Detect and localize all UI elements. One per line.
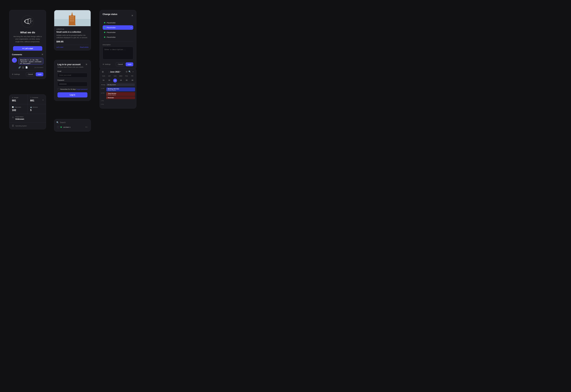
desc-label: Description <box>103 44 133 46</box>
article-read-button[interactable]: Read article <box>80 46 89 48</box>
chart-icon: 📊 <box>12 106 14 108</box>
article-image <box>54 10 91 26</box>
calendar-dates: 11 12 13 14 15 16 <box>100 79 136 83</box>
status-footer: ⚙ Settings Cancel Apply <box>103 62 133 66</box>
connects-icon: ⬡ <box>30 97 31 98</box>
megaphone-icon <box>21 15 34 28</box>
time-row-2pm: 2 PM <box>100 103 136 107</box>
search-input[interactable] <box>60 122 89 124</box>
cal-date-12[interactable]: 12 <box>106 79 112 83</box>
calendar-view-button[interactable]: ⊟ <box>126 70 127 73</box>
status-dot-3 <box>104 32 105 33</box>
pre-formatted-label: 'pre-formatted' <box>34 67 43 68</box>
comments-title: Comments <box>12 54 22 56</box>
fraud-icon: ⚠ <box>12 116 14 118</box>
login-button[interactable]: Log in <box>58 92 88 98</box>
weight-stat: ⚖ Weight 881 <box>9 95 28 104</box>
fraud-status-cell: ⚠ Fraud Status Unknown <box>9 114 46 122</box>
calendar-search-button[interactable]: 🔍 <box>128 70 131 73</box>
remember-checkbox[interactable] <box>58 88 60 90</box>
svg-point-0 <box>22 15 34 28</box>
remember-checkbox-row[interactable]: Remember for 30 days <box>58 88 76 90</box>
email-label: Email <box>58 70 88 72</box>
comments-apply-button[interactable]: Apply <box>36 72 43 76</box>
svg-rect-6 <box>71 16 72 17</box>
cal-date-14[interactable]: 14 <box>118 79 123 83</box>
reminder-event[interactable]: Reminder <box>106 96 135 99</box>
svg-rect-11 <box>70 20 71 21</box>
article-card: LIFESTYLE Small cards in a collection Mu… <box>54 10 91 50</box>
team-review-event[interactable]: Team Review Review request <box>106 92 135 96</box>
meeting-alan-event[interactable]: Meeting with Alan Review request <box>106 87 135 91</box>
calendar-prev-button[interactable]: ‹ <box>109 71 109 73</box>
comments-card: Comments ✕ 👤 Shouldn't it be the "Active… <box>9 51 46 79</box>
time-row-12pm: 12 PM Team Review Review request Reminde… <box>100 92 136 99</box>
os-cell: ☰ Operating System <box>9 122 46 129</box>
avatar: 👤 <box>12 58 17 63</box>
hero-title: What we do <box>20 31 35 34</box>
email-input[interactable] <box>58 73 88 78</box>
cal-date-15[interactable]: 15 <box>124 79 129 83</box>
article-desc: Multiple cards can be grouped together i… <box>56 34 89 39</box>
weight-icon: ⚖ <box>12 97 13 98</box>
forgot-password-button[interactable]: Forgot password <box>76 88 88 90</box>
change-status-title: Change status <box>103 13 117 15</box>
day-fri: FRI <box>129 74 135 78</box>
comments-footer: ⚙ Settings Cancel Apply <box>12 70 43 76</box>
calendar-add-button[interactable]: ＋ <box>132 70 134 73</box>
comments-header: Comments ✕ <box>12 53 43 56</box>
status-dot-2 <box>104 27 105 28</box>
status-item-1[interactable]: Placeholder <box>103 20 133 25</box>
article-title: Small cards in a collection <box>56 31 89 33</box>
all-day-event[interactable]: All-day event <box>106 84 135 86</box>
svg-rect-8 <box>70 18 71 19</box>
password-label: Password <box>58 79 88 81</box>
status-close-button[interactable]: ✕ <box>131 14 133 17</box>
list-item-checkbox[interactable] <box>57 126 59 128</box>
login-close-button[interactable]: ✕ <box>86 63 88 66</box>
article-start-button[interactable]: Let's start <box>56 46 63 48</box>
article-category: LIFESTYLE <box>56 28 89 30</box>
password-input[interactable] <box>58 82 88 86</box>
sidebar-toggle-button[interactable]: ⊞ <box>102 70 104 73</box>
login-card: Log in to your account Welcome back! Ple… <box>54 60 91 101</box>
link-icon[interactable]: 🔗 <box>18 66 21 69</box>
status-apply-button[interactable]: Apply <box>126 62 133 66</box>
change-status-card: Change status ✕ Placeholder Placeholder … <box>100 10 136 69</box>
send-icon: ✈ <box>22 48 24 50</box>
status-dot-4 <box>104 37 105 38</box>
status-item-2-active[interactable]: Placeholder ✓ <box>103 25 133 30</box>
calendar-nav: ‹ June 2022 ▾ <box>109 71 121 73</box>
comments-close-button[interactable]: ✕ <box>41 53 43 56</box>
calendar-days-header: SUN SAT SUN WED THU FRI <box>100 74 136 79</box>
image-icon[interactable]: 🖼 <box>22 67 24 69</box>
remember-label: Remember for 30 days <box>60 88 76 90</box>
day-sat: SAT <box>106 74 112 78</box>
device-icon: 💻 <box>30 106 32 108</box>
hero-cta-button[interactable]: ✈ Let's start <box>13 46 42 51</box>
comment-input[interactable]: Shouldn't it be the "Active" state inste… <box>18 58 43 65</box>
cal-date-13-today[interactable]: 13 <box>113 79 117 83</box>
cal-date-11[interactable]: 11 <box>101 79 106 83</box>
document-icon[interactable]: 📄 <box>25 66 28 69</box>
day-sun1: SUN <box>101 74 106 78</box>
status-item-4[interactable]: Placeholder <box>103 35 133 39</box>
comments-cancel-button[interactable]: Cancel <box>26 72 35 76</box>
status-item-3[interactable]: Placeholder <box>103 30 133 35</box>
connects-stat: ⬡ Connects 881 › <box>28 95 46 104</box>
keyboard-shortcut: ⌘C <box>85 126 88 128</box>
svg-rect-9 <box>71 18 72 19</box>
calendar-month: June 2022 ▾ <box>110 71 121 73</box>
total-visits-stat: 📊 Total visits 102 <box>9 104 28 114</box>
search-list-item[interactable]: List item 1 ⌘C <box>56 125 89 129</box>
comment-toolbar: 🔗 🖼 📄 'pre-formatted' <box>12 66 43 69</box>
cal-date-16[interactable]: 16 <box>130 79 135 83</box>
status-cancel-button[interactable]: Cancel <box>116 62 125 66</box>
hero-desc: We bring the very best design skills to … <box>13 35 42 43</box>
comments-settings-button[interactable]: ⚙ Settings <box>12 73 20 75</box>
article-actions: Let's start Read article <box>56 45 89 48</box>
login-title: Log in to your account <box>58 63 84 66</box>
comment-row: 👤 Shouldn't it be the "Active" state ins… <box>12 58 43 65</box>
description-textarea[interactable] <box>103 47 133 59</box>
status-settings-button[interactable]: ⚙ Settings <box>103 63 111 65</box>
